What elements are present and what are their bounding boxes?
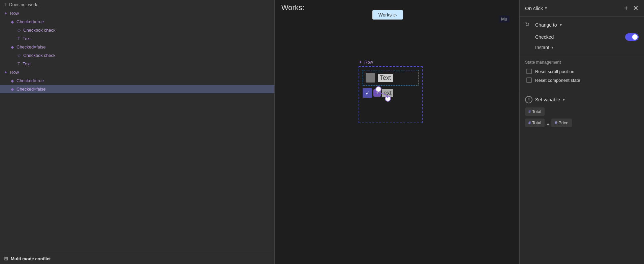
panel-header: On click ▾ + ✕ [520,0,644,16]
tree-item-checked-true-1[interactable]: ◆ Checked=true [0,18,274,26]
chevron-down-icon: ▾ [545,6,547,10]
svg-point-0 [376,87,381,92]
text-icon: T [4,2,6,7]
state-management-title: State management [525,60,639,65]
text-icon-2: T [18,62,20,66]
change-to-row[interactable]: ↻ Change to ▾ [525,21,639,29]
set-variable-header[interactable]: # Set variable ▾ [525,96,639,103]
instant-row[interactable]: Instant ▾ [525,45,639,50]
inner-dashed-unchecked: Text [363,70,419,86]
does-not-work-label: T Does not work: [0,0,274,9]
instant-chevron-icon: ▾ [551,45,553,50]
reset-scroll-checkbox[interactable] [526,69,532,74]
bottom-bar: ⊞ Multi mode conflict [0,253,274,264]
text-icon-1: T [18,36,20,41]
hash-icon-3: # [555,121,557,125]
variant-icon-4: ◆ [11,87,14,92]
cursor-icon: ▷ [394,12,397,18]
component-box: Text ✓ + ext [359,66,423,123]
right-panel: On click ▾ + ✕ ↻ Change to ▾ Checked Ins… [519,0,644,264]
change-to-section: ↻ Change to ▾ Checked Instant ▾ [520,16,644,55]
mu-label: Mu [499,15,509,23]
tree-item-checked-false-2-selected[interactable]: ◆ Checked=false [0,85,274,93]
arrow-connector [374,85,391,102]
variant-icon-2: ◆ [11,45,14,50]
set-var-chevron-icon: ▾ [563,97,565,102]
total-chip-1[interactable]: # Total [525,107,545,116]
total-price-row: # Total + # Price [525,119,639,130]
state-management-section: State management Reset scroll position R… [520,55,644,91]
tree-item-checkbox-check-1[interactable]: ◇ Checkbox check [0,26,274,34]
tree-item-text-2[interactable]: T Text [0,60,274,68]
hash-icon-1: # [528,109,531,114]
reset-scroll-row: Reset scroll position [525,69,639,74]
canvas-area[interactable]: ✦ Row Text ✓ + [275,26,519,264]
change-to-chevron-icon: ▾ [560,23,562,27]
checkbox-gray [366,73,375,82]
tree-item-checkbox-check-2[interactable]: ◇ Checkbox check [0,51,274,60]
add-action-button[interactable]: + [624,5,628,11]
row-icon-2: ✦ [4,70,7,75]
row-icon-1: ✦ [4,11,7,16]
set-variable-section: # Set variable ▾ # Total # Total + # Pri… [520,91,644,137]
price-chip[interactable]: # Price [551,119,572,127]
on-click-dropdown[interactable]: On click ▾ [525,5,547,11]
close-button[interactable]: ✕ [633,5,639,11]
row-component: ✦ Row Text ✓ + [359,60,423,123]
tree-item-text-1[interactable]: T Text [0,34,274,43]
grid-icon: ⊞ [4,256,8,261]
header-actions: + ✕ [624,5,639,11]
center-panel: Works: Mu Works ▷ ✦ Row Text [275,0,519,264]
tree-item-checked-false-1[interactable]: ◆ Checked=false [0,43,274,51]
hash-icon-2: # [528,121,531,125]
component-icon-2: ◇ [18,53,21,58]
tree-item-row-2[interactable]: ✦ Row [0,68,274,76]
total-chip-2[interactable]: # Total [525,119,545,127]
checked-toggle[interactable] [625,33,639,41]
component-icon-1: ◇ [18,28,21,33]
reset-component-checkbox[interactable] [526,77,532,83]
reset-component-row: Reset component state [525,77,639,83]
works-button[interactable]: Works ▷ [372,10,403,20]
text-label-top: Text [378,74,393,82]
checkbox-checked: ✓ [363,88,372,98]
checked-row: Checked [525,33,639,41]
tree-item-checked-true-2[interactable]: ◆ Checked=true [0,76,274,85]
plus-operator: + [547,122,549,127]
tree-item-row-1[interactable]: ✦ Row [0,9,274,18]
variant-icon-3: ◆ [11,78,14,83]
refresh-icon: ↻ [525,21,532,29]
left-panel: T Does not work: ✦ Row ◆ Checked=true ◇ … [0,0,275,264]
set-var-icon: # [525,96,532,103]
variant-icon-1: ◆ [11,20,14,24]
row-label: ✦ Row [359,60,423,65]
